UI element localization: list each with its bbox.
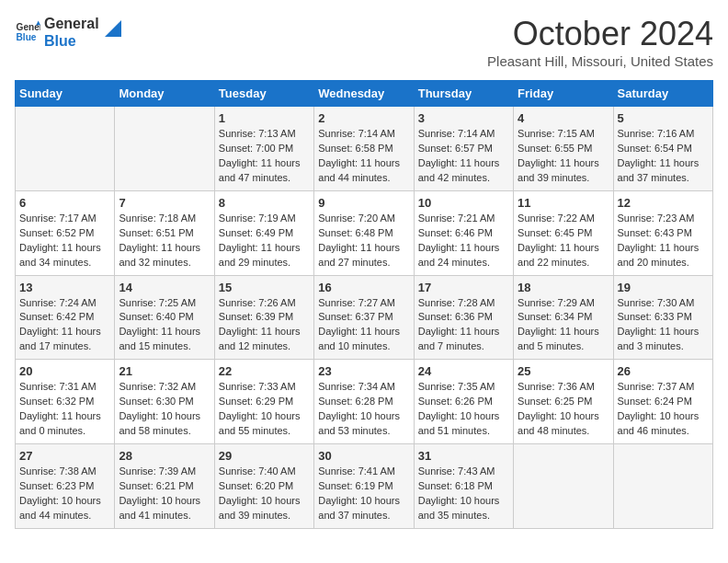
day-number: 22 [219, 364, 310, 378]
day-info: Sunrise: 7:38 AM Sunset: 6:23 PM Dayligh… [19, 465, 110, 523]
header-day-saturday: Saturday [613, 81, 712, 107]
logo-icon: General Blue [15, 19, 40, 45]
month-title: October 2024 [487, 15, 713, 53]
day-info: Sunrise: 7:33 AM Sunset: 6:29 PM Dayligh… [219, 380, 310, 439]
day-number: 2 [318, 111, 409, 125]
location-label: Pleasant Hill, Missouri, United States [487, 53, 713, 69]
day-info: Sunrise: 7:15 AM Sunset: 6:55 PM Dayligh… [518, 127, 609, 186]
day-cell [514, 444, 613, 529]
day-info: Sunrise: 7:21 AM Sunset: 6:46 PM Dayligh… [418, 212, 509, 270]
day-cell: 16Sunrise: 7:27 AM Sunset: 6:37 PM Dayli… [314, 275, 414, 360]
day-info: Sunrise: 7:27 AM Sunset: 6:37 PM Dayligh… [318, 296, 409, 355]
day-info: Sunrise: 7:40 AM Sunset: 6:20 PM Dayligh… [219, 465, 310, 523]
day-number: 13 [19, 281, 110, 294]
day-cell: 10Sunrise: 7:21 AM Sunset: 6:46 PM Dayli… [414, 190, 513, 275]
day-info: Sunrise: 7:16 AM Sunset: 6:54 PM Dayligh… [618, 127, 709, 186]
day-cell: 30Sunrise: 7:41 AM Sunset: 6:19 PM Dayli… [314, 444, 414, 529]
day-info: Sunrise: 7:32 AM Sunset: 6:30 PM Dayligh… [119, 380, 210, 439]
day-cell: 14Sunrise: 7:25 AM Sunset: 6:40 PM Dayli… [115, 275, 214, 360]
day-info: Sunrise: 7:26 AM Sunset: 6:39 PM Dayligh… [219, 296, 310, 355]
day-cell: 22Sunrise: 7:33 AM Sunset: 6:29 PM Dayli… [214, 360, 313, 444]
day-cell [115, 107, 214, 191]
day-info: Sunrise: 7:18 AM Sunset: 6:51 PM Dayligh… [119, 212, 210, 270]
day-cell: 9Sunrise: 7:20 AM Sunset: 6:48 PM Daylig… [314, 190, 414, 275]
day-info: Sunrise: 7:13 AM Sunset: 7:00 PM Dayligh… [219, 127, 310, 186]
svg-text:Blue: Blue [17, 33, 37, 43]
day-number: 6 [19, 196, 110, 210]
day-number: 31 [418, 449, 509, 463]
svg-marker-3 [105, 20, 121, 37]
week-row-3: 13Sunrise: 7:24 AM Sunset: 6:42 PM Dayli… [16, 275, 713, 360]
header-day-wednesday: Wednesday [314, 81, 414, 107]
day-number: 14 [119, 281, 210, 294]
day-info: Sunrise: 7:36 AM Sunset: 6:25 PM Dayligh… [518, 380, 609, 439]
day-cell: 5Sunrise: 7:16 AM Sunset: 6:54 PM Daylig… [613, 107, 712, 191]
day-info: Sunrise: 7:37 AM Sunset: 6:24 PM Dayligh… [618, 380, 709, 439]
day-info: Sunrise: 7:24 AM Sunset: 6:42 PM Dayligh… [19, 296, 110, 355]
day-info: Sunrise: 7:41 AM Sunset: 6:19 PM Dayligh… [318, 465, 409, 523]
day-cell: 8Sunrise: 7:19 AM Sunset: 6:49 PM Daylig… [214, 190, 313, 275]
day-number: 10 [418, 196, 509, 210]
day-info: Sunrise: 7:30 AM Sunset: 6:33 PM Dayligh… [618, 296, 709, 355]
day-number: 29 [219, 449, 310, 463]
day-info: Sunrise: 7:19 AM Sunset: 6:49 PM Dayligh… [219, 212, 310, 270]
day-cell: 3Sunrise: 7:14 AM Sunset: 6:57 PM Daylig… [414, 107, 513, 191]
header-day-friday: Friday [514, 81, 613, 107]
day-info: Sunrise: 7:14 AM Sunset: 6:57 PM Dayligh… [418, 127, 509, 186]
day-cell: 1Sunrise: 7:13 AM Sunset: 7:00 PM Daylig… [214, 107, 313, 191]
day-info: Sunrise: 7:14 AM Sunset: 6:58 PM Dayligh… [318, 127, 409, 186]
day-info: Sunrise: 7:29 AM Sunset: 6:34 PM Dayligh… [518, 296, 609, 355]
day-number: 5 [618, 111, 709, 125]
day-number: 20 [19, 364, 110, 378]
logo-text-blue: Blue [44, 32, 99, 50]
day-cell: 27Sunrise: 7:38 AM Sunset: 6:23 PM Dayli… [16, 444, 115, 529]
day-info: Sunrise: 7:17 AM Sunset: 6:52 PM Dayligh… [19, 212, 110, 270]
day-number: 23 [318, 364, 409, 378]
day-cell: 25Sunrise: 7:36 AM Sunset: 6:25 PM Dayli… [514, 360, 613, 444]
day-cell: 6Sunrise: 7:17 AM Sunset: 6:52 PM Daylig… [16, 190, 115, 275]
day-cell: 21Sunrise: 7:32 AM Sunset: 6:30 PM Dayli… [115, 360, 214, 444]
day-cell: 13Sunrise: 7:24 AM Sunset: 6:42 PM Dayli… [16, 275, 115, 360]
day-cell [613, 444, 712, 529]
day-cell: 11Sunrise: 7:22 AM Sunset: 6:45 PM Dayli… [514, 190, 613, 275]
day-cell: 4Sunrise: 7:15 AM Sunset: 6:55 PM Daylig… [514, 107, 613, 191]
day-cell: 15Sunrise: 7:26 AM Sunset: 6:39 PM Dayli… [214, 275, 313, 360]
day-info: Sunrise: 7:28 AM Sunset: 6:36 PM Dayligh… [418, 296, 509, 355]
day-number: 17 [418, 281, 509, 294]
day-number: 4 [518, 111, 609, 125]
day-number: 19 [618, 281, 709, 294]
day-info: Sunrise: 7:22 AM Sunset: 6:45 PM Dayligh… [518, 212, 609, 270]
day-cell: 23Sunrise: 7:34 AM Sunset: 6:28 PM Dayli… [314, 360, 414, 444]
day-cell: 26Sunrise: 7:37 AM Sunset: 6:24 PM Dayli… [613, 360, 712, 444]
day-number: 28 [119, 449, 210, 463]
week-row-5: 27Sunrise: 7:38 AM Sunset: 6:23 PM Dayli… [16, 444, 713, 529]
day-info: Sunrise: 7:31 AM Sunset: 6:32 PM Dayligh… [19, 380, 110, 439]
calendar-table: SundayMondayTuesdayWednesdayThursdayFrid… [15, 80, 713, 529]
day-number: 8 [219, 196, 310, 210]
day-number: 25 [518, 364, 609, 378]
logo: General Blue General Blue [15, 15, 121, 50]
day-number: 26 [618, 364, 709, 378]
day-number: 7 [119, 196, 210, 210]
logo-text-general: General [44, 15, 99, 32]
day-number: 11 [518, 196, 609, 210]
day-cell: 24Sunrise: 7:35 AM Sunset: 6:26 PM Dayli… [414, 360, 513, 444]
day-number: 15 [219, 281, 310, 294]
day-number: 12 [618, 196, 709, 210]
day-number: 1 [219, 111, 310, 125]
logo-triangle-icon [105, 20, 121, 37]
day-cell: 2Sunrise: 7:14 AM Sunset: 6:58 PM Daylig… [314, 107, 414, 191]
day-cell [16, 107, 115, 191]
day-info: Sunrise: 7:35 AM Sunset: 6:26 PM Dayligh… [418, 380, 509, 439]
header-day-tuesday: Tuesday [214, 81, 313, 107]
day-number: 16 [318, 281, 409, 294]
day-number: 30 [318, 449, 409, 463]
day-number: 21 [119, 364, 210, 378]
day-info: Sunrise: 7:43 AM Sunset: 6:18 PM Dayligh… [418, 465, 509, 523]
header-day-monday: Monday [115, 81, 214, 107]
day-cell: 20Sunrise: 7:31 AM Sunset: 6:32 PM Dayli… [16, 360, 115, 444]
week-row-4: 20Sunrise: 7:31 AM Sunset: 6:32 PM Dayli… [16, 360, 713, 444]
week-row-1: 1Sunrise: 7:13 AM Sunset: 7:00 PM Daylig… [16, 107, 713, 191]
day-number: 27 [19, 449, 110, 463]
title-block: October 2024 Pleasant Hill, Missouri, Un… [487, 15, 713, 69]
